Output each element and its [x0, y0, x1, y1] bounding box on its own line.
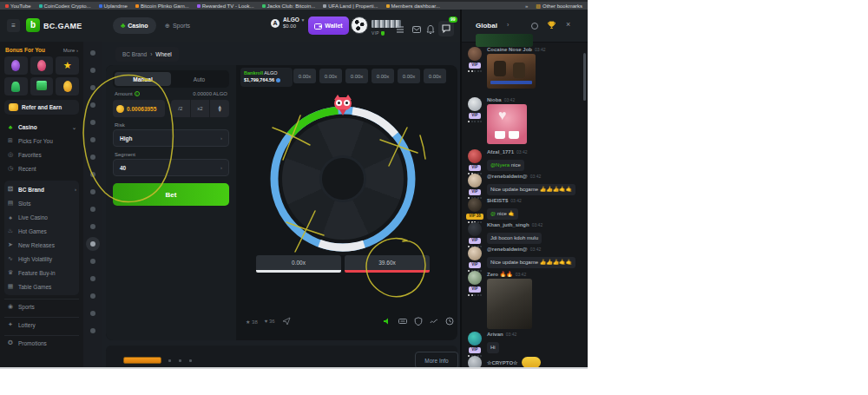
user-avatar[interactable] — [351, 16, 368, 34]
recent-result-badge[interactable]: 0.00x — [424, 69, 446, 83]
bookmark-item[interactable]: Jacks Club: Bitcoin... — [262, 3, 316, 9]
sidebar-item-sports[interactable]: ◉Sports — [4, 300, 79, 313]
avatar[interactable] — [468, 356, 482, 367]
sidebar-item-lottery[interactable]: ✦Lottery — [4, 318, 79, 332]
provider-icon[interactable] — [90, 155, 95, 160]
chat-toggle-button[interactable] — [438, 21, 454, 36]
sidebar-item-live-casino[interactable]: ♠Live Casino — [4, 210, 79, 224]
provider-icon[interactable] — [90, 85, 95, 90]
provider-icon[interactable] — [90, 172, 95, 177]
provider-icon[interactable] — [90, 259, 95, 264]
chat-username[interactable]: Zero 🔥🔥 — [487, 272, 513, 277]
stepper-down-icon[interactable]: ▼ — [217, 109, 222, 112]
recent-result-badge[interactable]: 0.00x — [345, 69, 368, 83]
chat-channel-selector[interactable]: Global — [476, 22, 497, 30]
share-icon[interactable] — [282, 317, 291, 326]
sidebar-item-casino[interactable]: ♣Casino⌄ — [4, 120, 79, 134]
mention[interactable]: @Nyera — [490, 162, 511, 168]
menu-toggle-button[interactable]: ≡ — [7, 19, 20, 32]
sidebar-item-recent[interactable]: ◷Recent — [4, 161, 79, 175]
bonus-tile[interactable] — [4, 77, 28, 95]
provider-icon[interactable] — [90, 102, 95, 108]
bookmark-item[interactable]: CoinCodex Crypto... — [39, 3, 91, 9]
chat-username[interactable]: Nioba — [487, 97, 502, 102]
favorites-count[interactable]: ★ 38 — [246, 319, 258, 325]
chat-rules-icon[interactable] — [531, 23, 538, 30]
stats-icon[interactable] — [430, 317, 438, 326]
provider-icon[interactable] — [90, 328, 95, 333]
pinned-banner[interactable] — [476, 34, 533, 47]
provider-icon[interactable] — [90, 68, 95, 73]
bookmark-item[interactable]: Uplandme — [99, 3, 128, 9]
mention[interactable]: @ — [490, 211, 497, 216]
amount-input[interactable]: 0.00063955 — [113, 100, 165, 117]
avatar[interactable] — [468, 174, 482, 188]
chat-username[interactable]: ☆CRYPTO☆ — [487, 359, 517, 365]
double-button[interactable]: x2 — [190, 100, 210, 117]
provider-icon[interactable] — [90, 311, 95, 316]
avatar[interactable] — [468, 149, 482, 163]
hotkeys-icon[interactable] — [398, 317, 407, 326]
chat-photo-image[interactable] — [487, 279, 532, 329]
amount-stepper[interactable]: ▲▼ — [209, 100, 229, 117]
tab-auto[interactable]: Auto — [171, 72, 227, 86]
bookmark-item[interactable]: Bitcoin Plinko Gam... — [135, 3, 189, 9]
tab-manual[interactable]: Manual — [115, 72, 171, 86]
bonus-tile[interactable] — [56, 77, 79, 95]
bonus-tile[interactable]: ★ — [56, 56, 79, 75]
provider-icon[interactable] — [90, 120, 95, 125]
bell-icon[interactable] — [425, 24, 436, 35]
fairness-shield-icon[interactable] — [414, 317, 423, 326]
sidebar-item-hot-games[interactable]: ♨Hot Games — [4, 224, 79, 238]
bonus-more-link[interactable]: More › — [63, 48, 78, 53]
sidebar-item-new-releases[interactable]: ➤New Releases — [4, 238, 79, 252]
recent-result-badge[interactable]: 0.00x — [319, 69, 342, 83]
tab-casino[interactable]: ♣Casino — [113, 17, 156, 34]
avatar[interactable] — [468, 97, 482, 111]
recent-result-badge[interactable]: 0.00x — [372, 69, 394, 83]
chat-username[interactable]: $HEIST$ — [487, 198, 508, 203]
avatar[interactable] — [468, 332, 482, 346]
chat-username[interactable]: @renebaldwin@ — [487, 247, 528, 252]
bet-button[interactable]: Bet — [113, 183, 229, 206]
bonus-tile[interactable] — [4, 56, 28, 75]
provider-icon[interactable] — [90, 137, 95, 142]
provider-icon[interactable] — [90, 207, 95, 212]
bookmark-item[interactable]: YouTube — [5, 3, 31, 9]
more-info-button[interactable]: More Info — [415, 352, 458, 367]
sidebar-item-favorites[interactable]: ◎Favorites — [4, 148, 79, 161]
bookmark-item[interactable]: UFA Land | Properti... — [323, 3, 378, 9]
breadcrumb-parent[interactable]: BC Brand — [122, 51, 147, 57]
chat-username[interactable]: @renebaldwin@ — [487, 174, 528, 179]
coin-tip-pill[interactable] — [522, 357, 541, 367]
history-clock-icon[interactable] — [445, 317, 454, 326]
sidebar-item-high-volatility[interactable]: ∿High Volatility — [4, 252, 79, 266]
chat-sticker-image[interactable] — [487, 104, 527, 144]
wallet-button[interactable]: Wallet — [308, 16, 349, 35]
bookmark-item[interactable]: Rewarded TV - Look... — [197, 3, 254, 9]
chat-username[interactable]: Khan_juth_singh — [487, 222, 529, 227]
sidebar-item-slots[interactable]: ▤Slots — [4, 196, 79, 210]
avatar[interactable] — [468, 271, 482, 285]
bonus-tile[interactable] — [30, 56, 54, 75]
trophy-icon[interactable] — [547, 21, 556, 30]
info-icon[interactable]: i — [135, 91, 140, 96]
half-button[interactable]: /2 — [171, 100, 190, 117]
sound-on-icon[interactable] — [383, 317, 391, 326]
close-icon[interactable]: × — [566, 20, 570, 29]
avatar[interactable] — [468, 198, 482, 212]
chat-gif-image[interactable] — [487, 54, 536, 89]
provider-icon[interactable] — [90, 224, 95, 229]
avatar[interactable] — [468, 222, 482, 236]
provider-icon[interactable] — [90, 276, 95, 281]
avatar[interactable] — [468, 47, 482, 61]
provider-icon[interactable] — [90, 189, 95, 194]
risk-select[interactable]: High› — [113, 129, 229, 147]
sidebar-item-promotions[interactable]: ✪Promotions — [4, 336, 79, 350]
recent-result-badge[interactable]: 0.00x — [398, 69, 420, 83]
chat-username[interactable]: Cocaine Nose Job — [487, 47, 532, 52]
other-bookmarks[interactable]: ▨Other bookmarks — [536, 3, 582, 9]
chat-username[interactable]: Afzal_1771 — [487, 149, 514, 155]
inbox-icon[interactable] — [411, 24, 422, 35]
provider-icon[interactable] — [90, 50, 95, 56]
